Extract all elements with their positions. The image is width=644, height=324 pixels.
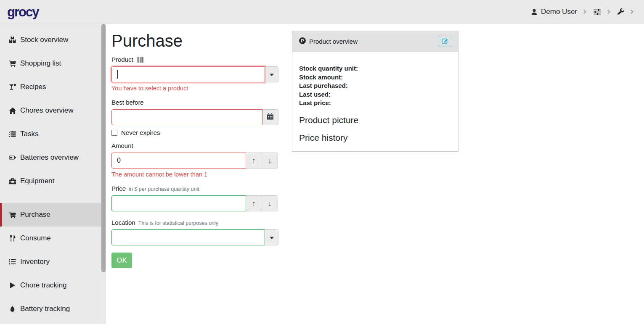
sidebar-item-label: Inventory (20, 258, 50, 266)
sidebar-item-stock-overview[interactable]: Stock overview (0, 28, 106, 52)
price-label: Price (111, 185, 126, 192)
sidebar-item-batteries-overview[interactable]: Batteries overview (0, 146, 106, 169)
calendar-icon (267, 113, 273, 121)
chevron-right-icon (607, 9, 612, 15)
location-dropdown-button[interactable] (265, 229, 278, 245)
sidebar-item-inventory[interactable]: Inventory (0, 250, 106, 274)
sidebar-item-label: Shopping list (20, 59, 61, 68)
product-overview-card: P Product overview Stock quantity unit:S… (292, 31, 458, 152)
price-increment-button[interactable]: ↑ (246, 195, 262, 211)
product-overview-title: Product overview (309, 38, 358, 45)
overview-section-title: Product picture (299, 115, 451, 125)
product-hunt-icon: P (299, 37, 306, 45)
overview-section-title: Price history (299, 133, 451, 143)
overview-field: Last purchased: (299, 82, 451, 90)
sidebar-nav: Stock overviewShopping listRecipesChores… (0, 24, 106, 321)
overview-sections: Product picturePrice history (299, 115, 451, 143)
sidebar-scrollbar-track[interactable] (101, 24, 106, 324)
sidebar-item-chore-tracking[interactable]: Chore tracking (0, 274, 106, 297)
sidebar-item-label: Chores overview (20, 106, 74, 115)
boxes-icon (8, 37, 16, 44)
price-hint: in $ per purchase quantity unit (129, 186, 199, 192)
product-group: Product You have to select a product (111, 56, 279, 92)
overview-field: Last price: (299, 99, 451, 108)
sidebar-item-label: Recipes (20, 83, 46, 91)
barcode-icon (136, 57, 145, 63)
best-before-input[interactable] (111, 109, 262, 125)
sidebar-item-label: Equipment (20, 177, 54, 185)
sidebar-item-battery-tracking[interactable]: Battery tracking (0, 297, 106, 321)
sidebar-item-tasks[interactable]: Tasks (0, 122, 106, 146)
svg-text:P: P (301, 38, 304, 43)
product-error: You have to select a product (111, 85, 279, 92)
calendar-button[interactable] (262, 109, 278, 125)
edit-icon (442, 37, 448, 46)
sidebar-item-label: Batteries overview (20, 153, 79, 162)
never-expires-checkbox[interactable] (111, 130, 117, 136)
location-group: Location This is for statistical purpose… (111, 219, 279, 245)
location-input[interactable] (111, 229, 265, 245)
text-cursor (117, 70, 118, 79)
sidebar: Stock overviewShopping listRecipesChores… (0, 24, 106, 324)
edit-product-button[interactable] (438, 36, 452, 47)
chevron-right-icon (583, 9, 588, 15)
wrench-icon (617, 8, 624, 16)
admin-menu[interactable] (617, 8, 624, 16)
sidebar-item-chores-overview[interactable]: Chores overview (0, 99, 106, 122)
location-hint: This is for statistical purposes only (138, 220, 218, 226)
sidebar-item-label: Battery tracking (20, 305, 70, 313)
arrow-down-icon: ↓ (268, 157, 272, 165)
amount-group: Amount ↑ ↓ The amount cannot be lower th… (111, 142, 279, 178)
main-content: Purchase Product You (106, 24, 644, 324)
sidebar-item-recipes[interactable]: Recipes (0, 75, 106, 99)
top-bar-right: Demo User (531, 8, 635, 16)
user-menu-label: Demo User (541, 8, 577, 16)
price-input[interactable] (111, 195, 246, 211)
cart-icon (8, 60, 16, 67)
droplet-icon (8, 306, 16, 313)
app-logo[interactable]: grocy (7, 5, 38, 18)
cart-icon (8, 211, 16, 219)
sidebar-item-label: Purchase (20, 211, 50, 219)
amount-decrement-button[interactable]: ↓ (262, 153, 278, 169)
sidebar-item-consume[interactable]: Consume (0, 227, 106, 250)
caret-down-icon (270, 71, 274, 78)
sidebar-item-equipment[interactable]: Equipment (0, 169, 106, 193)
overview-field: Stock amount: (299, 73, 451, 82)
arrow-up-icon: ↑ (252, 157, 256, 165)
play-icon (8, 282, 16, 289)
product-dropdown-button[interactable] (265, 66, 278, 82)
amount-input[interactable] (111, 153, 246, 169)
price-group: Price in $ per purchase quantity unit ↑ … (111, 185, 279, 211)
user-menu[interactable]: Demo User (531, 8, 577, 16)
overview-field: Stock quantity unit: (299, 64, 451, 73)
best-before-group: Best before Never expires (111, 99, 279, 136)
never-expires-row: Never expires (111, 129, 279, 136)
product-input[interactable] (111, 66, 265, 82)
home-icon (8, 107, 16, 114)
arrow-down-icon: ↓ (268, 200, 272, 208)
product-overview-header: P Product overview (292, 31, 458, 52)
sidebar-item-label: Stock overview (20, 36, 68, 44)
ok-button[interactable]: OK (111, 253, 132, 268)
utensils-icon (8, 235, 16, 242)
overview-field: Last used: (299, 90, 451, 99)
sidebar-item-shopping-list[interactable]: Shopping list (0, 52, 106, 75)
sidebar-item-purchase[interactable]: Purchase (0, 203, 106, 227)
purchase-form: Product You have to select a product (111, 56, 279, 268)
product-overview-body: Stock quantity unit:Stock amount:Last pu… (292, 52, 458, 143)
top-bar: grocy Demo User (0, 0, 644, 24)
price-decrement-button[interactable]: ↓ (262, 195, 278, 211)
caret-down-icon (270, 234, 274, 241)
amount-error: The amount cannot be lower than 1 (111, 171, 279, 178)
settings-menu[interactable] (593, 8, 601, 16)
list-icon (8, 258, 16, 266)
cocktail-icon (8, 84, 16, 91)
battery-icon (8, 154, 16, 161)
amount-increment-button[interactable]: ↑ (246, 153, 262, 169)
sidebar-item-label: Tasks (20, 130, 38, 138)
arrow-up-icon: ↑ (252, 200, 256, 208)
best-before-label: Best before (111, 99, 144, 106)
sliders-icon (593, 8, 601, 16)
sidebar-scrollbar-thumb[interactable] (101, 24, 106, 272)
